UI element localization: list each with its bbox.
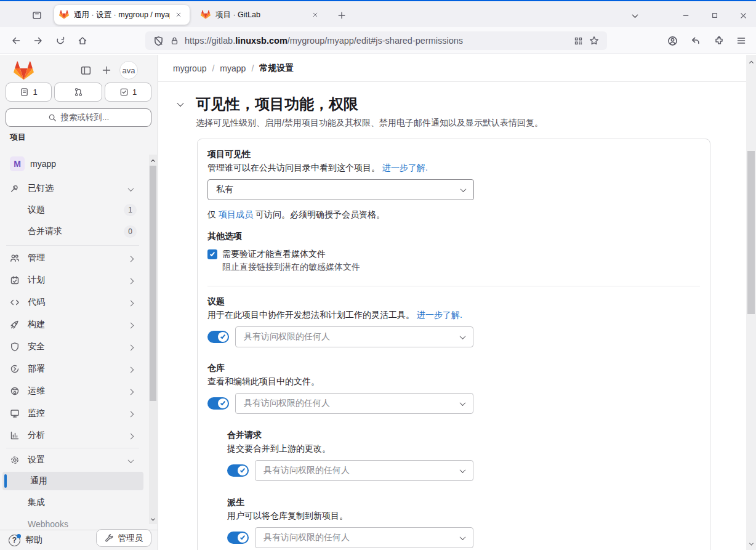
forks-toggle[interactable]: [227, 532, 249, 544]
search-input[interactable]: 搜索或转到...: [6, 108, 151, 127]
sidebar-item-integrations[interactable]: 集成: [0, 493, 144, 512]
media-auth-checkbox-desc: 阻止直接链接到潜在的敏感媒体文件: [222, 262, 700, 273]
breadcrumb: mygroup / myapp / 常规设置: [158, 55, 756, 82]
extensions-puzzle-icon[interactable]: [709, 31, 729, 51]
merge-requests-toggle[interactable]: [227, 464, 249, 477]
url-text[interactable]: https://gitlab.linuxsb.com/mygroup/myapp…: [185, 36, 570, 46]
permissions-card: 项目可见性 管理谁可以在公共访问目录中看到这个项目。 进一步了解. 私有 仅项目…: [197, 139, 710, 550]
sidebar-item-issues[interactable]: 议题 1: [0, 201, 144, 219]
card-divider: [207, 286, 700, 286]
sidebar-collapse-icon[interactable]: [81, 65, 91, 76]
chevron-down-icon: [129, 455, 133, 465]
create-new-icon[interactable]: [102, 65, 111, 75]
user-avatar[interactable]: ava: [119, 61, 138, 79]
chevron-right-icon: [129, 320, 133, 330]
qr-code-icon[interactable]: [570, 36, 586, 46]
learn-more-link[interactable]: 进一步了解.: [382, 163, 428, 172]
todos-shortcut-button[interactable]: 1: [105, 83, 151, 102]
bookmark-star-icon[interactable]: [586, 36, 602, 46]
sidebar-scrollbar[interactable]: [149, 155, 157, 524]
maximize-button[interactable]: [706, 7, 724, 23]
sidebar-item-pinned[interactable]: 已钉选: [0, 179, 144, 198]
learn-more-link[interactable]: 进一步了解.: [417, 310, 462, 320]
breadcrumb-project-link[interactable]: myapp: [220, 63, 246, 73]
visibility-desc: 管理谁可以在公共访问目录中看到这个项目。: [207, 163, 380, 172]
sidebar-item-code[interactable]: 代码: [0, 291, 144, 313]
tab-close-icon[interactable]: [309, 9, 321, 21]
chevron-right-icon: [129, 364, 133, 374]
issues-toggle[interactable]: [207, 331, 229, 343]
tab-project[interactable]: 项目 · GitLab: [196, 5, 326, 25]
merge-requests-shortcut-button[interactable]: [54, 83, 102, 102]
project-members-link[interactable]: 项目成员: [219, 209, 253, 219]
sidebar-item-deploy[interactable]: 部署: [0, 358, 144, 380]
gitlab-sidebar: ava 1 1: [0, 55, 158, 550]
undo-arrow-icon[interactable]: [685, 31, 705, 51]
issues-access-select[interactable]: 具有访问权限的任何人: [235, 326, 473, 347]
chevron-right-icon: [129, 297, 133, 307]
new-tab-button[interactable]: [334, 7, 350, 23]
additional-options-label: 其他选项: [207, 231, 700, 242]
account-button[interactable]: [662, 31, 682, 51]
reload-button[interactable]: [50, 31, 70, 51]
sidebar-item-build[interactable]: 构建: [0, 313, 144, 336]
sidebar-item-plan[interactable]: 计划: [0, 269, 144, 291]
tab-title: 项目 · GitLab: [215, 10, 292, 20]
sidebar-scrollbar-thumb[interactable]: [150, 166, 156, 401]
page-subtitle: 选择可见性级别、启用/禁用项目功能及其权限、禁用电子邮件通知以及显示默认表情回复…: [196, 118, 543, 129]
sidebar-item-monitor[interactable]: 监控: [0, 402, 144, 424]
url-bar[interactable]: https://gitlab.linuxsb.com/mygroup/myapp…: [145, 31, 607, 50]
sidebar-item-settings[interactable]: 设置: [0, 450, 144, 470]
shield-off-icon[interactable]: [150, 36, 166, 46]
scroll-down-icon[interactable]: [746, 539, 756, 549]
sidebar-item-general[interactable]: 通用: [2, 472, 143, 490]
tab-close-icon[interactable]: [172, 9, 185, 21]
minimize-button[interactable]: [677, 7, 695, 23]
sidebar-item-operate[interactable]: 运维: [0, 380, 144, 402]
tab-general-settings[interactable]: 通用 · 设置 · mygroup / myapp: [54, 5, 190, 25]
scroll-up-icon[interactable]: [149, 155, 157, 164]
collapse-chevron-icon[interactable]: [178, 95, 193, 113]
visibility-note: 仅项目成员可访问。必须明确授予会员资格。: [207, 209, 700, 220]
tab-list-chevron[interactable]: [625, 7, 644, 23]
visibility-select[interactable]: 私有: [207, 179, 474, 200]
merge-requests-access-select[interactable]: 具有访问权限的任何人: [255, 460, 473, 481]
close-button[interactable]: [734, 7, 752, 23]
pin-icon: [10, 184, 20, 193]
back-button[interactable]: [6, 31, 26, 51]
breadcrumb-current: 常规设置: [259, 63, 294, 74]
gitlab-favicon: [59, 10, 69, 20]
help-button[interactable]: ? 帮助: [9, 535, 42, 546]
issues-icon: [20, 87, 29, 97]
forks-access-select[interactable]: 具有访问权限的任何人: [255, 527, 473, 548]
page-scrollbar-thumb[interactable]: [747, 151, 755, 314]
sidebar-item-project[interactable]: M myapp: [0, 153, 144, 174]
chevron-right-icon: [129, 253, 133, 263]
breadcrumb-group-link[interactable]: mygroup: [173, 63, 206, 73]
gear-icon: [10, 455, 20, 465]
sidebar-item-secure[interactable]: 安全: [0, 336, 144, 358]
issues-shortcut-button[interactable]: 1: [6, 83, 52, 102]
media-auth-checkbox[interactable]: [207, 249, 217, 259]
menu-button[interactable]: [731, 31, 751, 51]
repository-access-select[interactable]: 具有访问权限的任何人: [235, 393, 473, 414]
forward-button[interactable]: [28, 31, 48, 51]
sidebar-divider: [6, 448, 139, 448]
lock-icon[interactable]: [166, 36, 182, 46]
repository-toggle[interactable]: [207, 397, 229, 410]
calendar-icon: [10, 275, 20, 285]
sidebar-section-label: 项目: [0, 131, 144, 144]
admin-button[interactable]: 管理员: [96, 529, 152, 547]
active-indicator: [4, 474, 7, 488]
scroll-up-icon[interactable]: [746, 56, 756, 66]
home-button[interactable]: [73, 31, 92, 51]
page-scrollbar[interactable]: [746, 55, 756, 550]
sidebar-item-analyze[interactable]: 分析: [0, 424, 144, 447]
scroll-down-icon[interactable]: [149, 514, 157, 524]
gitlab-logo[interactable]: [14, 61, 34, 80]
feature-repository: 仓库 查看和编辑此项目中的文件。 具有访问权限的任何人: [207, 363, 700, 414]
sidebar-item-manage[interactable]: 管理: [0, 247, 144, 269]
chevron-down-icon: [460, 467, 466, 473]
firefox-view-button[interactable]: [28, 7, 46, 23]
sidebar-item-merge-requests[interactable]: 合并请求 0: [0, 222, 144, 241]
